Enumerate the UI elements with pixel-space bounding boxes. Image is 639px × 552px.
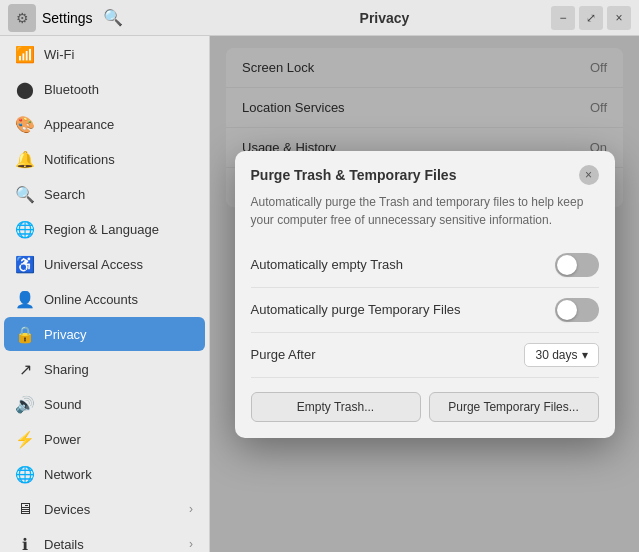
sidebar-item-network[interactable]: 🌐 Network — [4, 457, 205, 491]
sidebar-item-label: Sharing — [44, 362, 89, 377]
window-controls: − ⤢ × — [551, 6, 631, 30]
sidebar-item-online-accounts[interactable]: 👤 Online Accounts — [4, 282, 205, 316]
restore-button[interactable]: ⤢ — [579, 6, 603, 30]
auto-purge-temp-toggle[interactable] — [555, 298, 599, 322]
title-bar: ⚙ Settings 🔍 Privacy − ⤢ × — [0, 0, 639, 36]
sidebar-item-notifications[interactable]: 🔔 Notifications — [4, 142, 205, 176]
sidebar-item-label: Sound — [44, 397, 82, 412]
online-accounts-icon: 👤 — [16, 290, 34, 308]
sidebar-item-power[interactable]: ⚡ Power — [4, 422, 205, 456]
sidebar-item-label: Wi-Fi — [44, 47, 74, 62]
sharing-icon: ↗ — [16, 360, 34, 378]
main-content: 📶 Wi-Fi ⬤ Bluetooth 🎨 Appearance 🔔 Notif… — [0, 36, 639, 552]
auto-purge-temp-label: Automatically purge Temporary Files — [251, 302, 461, 317]
sidebar-item-privacy[interactable]: 🔒 Privacy — [4, 317, 205, 351]
purge-temp-button[interactable]: Purge Temporary Files... — [429, 392, 599, 422]
sidebar-item-label: Universal Access — [44, 257, 143, 272]
sidebar-item-label: Devices — [44, 502, 90, 517]
modal-title: Purge Trash & Temporary Files — [251, 167, 457, 183]
sidebar-item-label: Bluetooth — [44, 82, 99, 97]
network-icon: 🌐 — [16, 465, 34, 483]
auto-empty-trash-label: Automatically empty Trash — [251, 257, 403, 272]
sidebar-item-label: Search — [44, 187, 85, 202]
modal-body: Automatically purge the Trash and tempor… — [235, 193, 615, 438]
purge-after-row: Purge After 30 days ▾ — [251, 333, 599, 378]
privacy-icon: 🔒 — [16, 325, 34, 343]
sidebar-item-label: Network — [44, 467, 92, 482]
right-panel: Screen Lock Off Location Services Off Us… — [210, 36, 639, 552]
purge-after-dropdown[interactable]: 30 days ▾ — [524, 343, 598, 367]
sidebar-item-wifi[interactable]: 📶 Wi-Fi — [4, 37, 205, 71]
sidebar-item-region[interactable]: 🌐 Region & Language — [4, 212, 205, 246]
sidebar-item-details[interactable]: ℹ Details › — [4, 527, 205, 552]
chevron-right-icon: › — [189, 502, 193, 516]
search-icon[interactable]: 🔍 — [99, 4, 127, 32]
sidebar-item-label: Power — [44, 432, 81, 447]
sidebar-item-bluetooth[interactable]: ⬤ Bluetooth — [4, 72, 205, 106]
purge-after-value: 30 days — [535, 348, 577, 362]
modal-close-button[interactable]: × — [579, 165, 599, 185]
universal-access-icon: ♿ — [16, 255, 34, 273]
sidebar: 📶 Wi-Fi ⬤ Bluetooth 🎨 Appearance 🔔 Notif… — [0, 36, 210, 552]
dropdown-arrow-icon: ▾ — [582, 348, 588, 362]
sidebar-item-label: Online Accounts — [44, 292, 138, 307]
minimize-button[interactable]: − — [551, 6, 575, 30]
sidebar-item-universal-access[interactable]: ♿ Universal Access — [4, 247, 205, 281]
region-icon: 🌐 — [16, 220, 34, 238]
sidebar-item-label: Appearance — [44, 117, 114, 132]
auto-empty-trash-toggle[interactable] — [555, 253, 599, 277]
modal-header: Purge Trash & Temporary Files × — [235, 151, 615, 193]
sound-icon: 🔊 — [16, 395, 34, 413]
empty-trash-label: Empty Trash... — [297, 400, 374, 414]
purge-after-label: Purge After — [251, 347, 316, 362]
appearance-icon: 🎨 — [16, 115, 34, 133]
purge-temp-label: Purge Temporary Files... — [448, 400, 579, 414]
bluetooth-icon: ⬤ — [16, 80, 34, 98]
notifications-icon: 🔔 — [16, 150, 34, 168]
devices-icon: 🖥 — [16, 500, 34, 518]
sidebar-item-sharing[interactable]: ↗ Sharing — [4, 352, 205, 386]
modal-description: Automatically purge the Trash and tempor… — [251, 193, 599, 229]
window-title: Privacy — [218, 10, 551, 26]
sidebar-item-sound[interactable]: 🔊 Sound — [4, 387, 205, 421]
sidebar-item-label: Notifications — [44, 152, 115, 167]
modal-buttons: Empty Trash... Purge Temporary Files... — [251, 392, 599, 422]
modal-overlay: Purge Trash & Temporary Files × Automati… — [210, 36, 639, 552]
search-icon: 🔍 — [16, 185, 34, 203]
settings-icon: ⚙ — [8, 4, 36, 32]
wifi-icon: 📶 — [16, 45, 34, 63]
details-icon: ℹ — [16, 535, 34, 552]
sidebar-item-search[interactable]: 🔍 Search — [4, 177, 205, 211]
close-button[interactable]: × — [607, 6, 631, 30]
title-bar-left: ⚙ Settings 🔍 — [8, 4, 218, 32]
purge-modal: Purge Trash & Temporary Files × Automati… — [235, 151, 615, 438]
sidebar-item-appearance[interactable]: 🎨 Appearance — [4, 107, 205, 141]
sidebar-item-devices[interactable]: 🖥 Devices › — [4, 492, 205, 526]
sidebar-item-label: Privacy — [44, 327, 87, 342]
sidebar-item-label: Region & Language — [44, 222, 159, 237]
settings-label: Settings — [42, 10, 93, 26]
sidebar-item-label: Details — [44, 537, 84, 552]
power-icon: ⚡ — [16, 430, 34, 448]
auto-empty-trash-row: Automatically empty Trash — [251, 243, 599, 288]
auto-purge-temp-row: Automatically purge Temporary Files — [251, 288, 599, 333]
empty-trash-button[interactable]: Empty Trash... — [251, 392, 421, 422]
chevron-right-icon: › — [189, 537, 193, 551]
